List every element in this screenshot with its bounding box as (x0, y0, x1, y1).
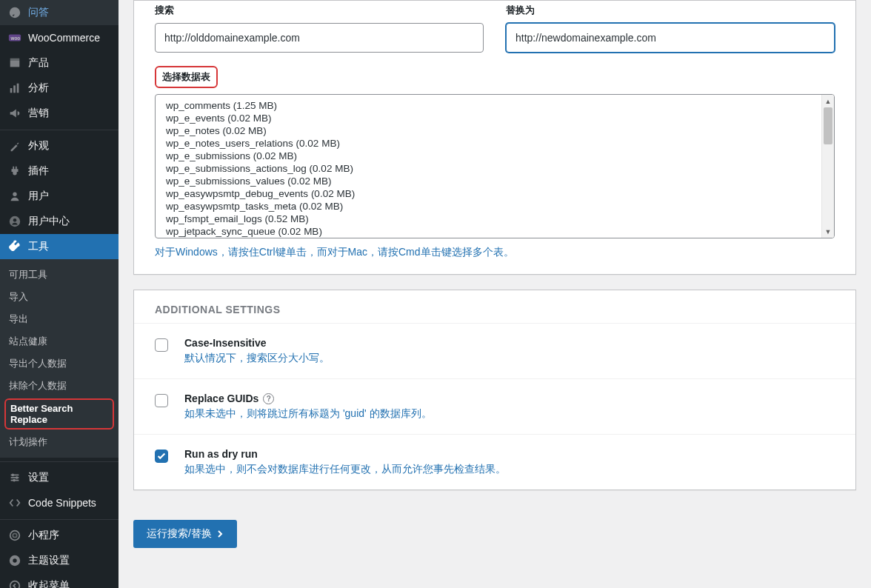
svg-point-17 (10, 531, 20, 541)
replace-input[interactable] (506, 23, 835, 53)
miniapp-icon (7, 528, 22, 543)
table-option[interactable]: wp_fsmpt_email_logs (0.52 MB) (166, 213, 834, 225)
scroll-thumb[interactable] (824, 107, 832, 144)
table-option[interactable]: wp_comments (1.25 MB) (166, 99, 834, 112)
sidebar-item[interactable]: 主题设置 (0, 548, 119, 573)
analytics-icon (7, 81, 22, 96)
setting-title: Run as dry run (184, 448, 506, 460)
woocommerce-icon: woo (7, 30, 22, 45)
table-option[interactable]: wp_e_events (0.02 MB) (166, 112, 834, 124)
sidebar-item[interactable]: 插件 (0, 158, 119, 184)
svg-rect-5 (10, 88, 13, 93)
sidebar-subitem[interactable]: 导出 (0, 308, 119, 330)
sidebar-item[interactable]: 问答 (0, 0, 119, 25)
tables-listbox[interactable]: wp_comments (1.25 MB)wp_e_events (0.02 M… (155, 94, 835, 238)
search-input[interactable] (155, 23, 484, 53)
table-option[interactable]: wp_jetpack_sync_queue (0.02 MB) (166, 225, 834, 238)
table-option[interactable]: wp_e_submissions_values (0.02 MB) (166, 175, 834, 187)
sidebar-item-label: 小程序 (28, 529, 113, 542)
sidebar-item-label: Code Snippets (28, 497, 113, 509)
theme-icon (7, 553, 22, 568)
svg-point-19 (13, 558, 16, 562)
svg-point-16 (13, 479, 16, 482)
sidebar-item-tools[interactable]: 工具 (0, 234, 119, 259)
svg-point-8 (13, 193, 16, 196)
sidebar-item-label: 外观 (28, 139, 113, 153)
run-search-replace-button[interactable]: 运行搜索/替换 (133, 520, 237, 548)
search-replace-panel: 搜索 替换为 选择数据表 wp_comments (1.25 MB)wp_e_e… (133, 0, 856, 275)
sidebar-subitem[interactable]: 导出个人数据 (0, 353, 119, 375)
main-content: 搜索 替换为 选择数据表 wp_comments (1.25 MB)wp_e_e… (119, 0, 871, 588)
checkbox[interactable] (155, 450, 168, 463)
svg-point-15 (16, 476, 19, 479)
setting-title: Replace GUIDs ? (184, 392, 432, 404)
sidebar-item[interactable]: 分析 (0, 76, 119, 101)
usercenter-icon (7, 214, 22, 229)
sidebar-item-label: 问答 (28, 6, 113, 19)
sidebar-item-label: 用户 (28, 190, 113, 203)
sidebar-item[interactable]: Code Snippets (0, 490, 119, 515)
sidebar-item-label: WooCommerce (28, 32, 113, 44)
settings-icon (7, 470, 22, 485)
tools-label: 工具 (28, 240, 113, 253)
sidebar-item[interactable]: 用户 (0, 184, 119, 209)
tables-help-text[interactable]: 对于Windows，请按住Ctrl键单击，而对于Mac，请按Cmd单击键选择多个… (155, 246, 835, 259)
marketing-icon (7, 106, 22, 121)
svg-rect-6 (13, 85, 16, 93)
listbox-scrollbar[interactable]: ▲ ▼ (821, 95, 834, 238)
sidebar-subitem[interactable]: 导入 (0, 286, 119, 308)
tools-submenu: 可用工具导入导出站点健康导出个人数据抹除个人数据Better Search Re… (0, 259, 119, 458)
additional-settings-title: ADDITIONAL SETTINGS (134, 290, 855, 323)
sidebar-item-label: 产品 (28, 56, 113, 70)
tools-icon (7, 239, 22, 254)
sidebar-item[interactable]: 外观 (0, 133, 119, 158)
sidebar-item[interactable]: wooWooCommerce (0, 25, 119, 50)
setting-row: Run as dry run 如果选中，则不会对数据库进行任何更改，从而允许您事… (134, 434, 855, 490)
sidebar-item[interactable]: 营销 (0, 101, 119, 126)
select-tables-label: 选择数据表 (155, 66, 218, 88)
setting-row: Case-Insensitive 默认情况下，搜索区分大小写。 (134, 323, 855, 378)
sidebar-subitem[interactable]: 抹除个人数据 (0, 375, 119, 397)
additional-settings-panel: ADDITIONAL SETTINGS Case-Insensitive 默认情… (133, 290, 856, 490)
checkbox[interactable] (155, 394, 168, 407)
table-option[interactable]: wp_e_submissions_actions_log (0.02 MB) (166, 162, 834, 175)
sidebar-item[interactable]: 产品 (0, 50, 119, 76)
sidebar-item-label: 营销 (28, 107, 113, 120)
sidebar-item-label: 主题设置 (28, 554, 113, 567)
table-option[interactable]: wp_easywpsmtp_debug_events (0.02 MB) (166, 187, 834, 200)
collapse-icon (7, 578, 22, 588)
svg-text:woo: woo (10, 36, 21, 41)
sidebar-item[interactable]: 设置 (0, 465, 119, 490)
sidebar-subitem[interactable]: Better Search Replace (4, 398, 114, 430)
sidebar-item-label: 收起菜单 (28, 579, 113, 588)
table-option[interactable]: wp_e_submissions (0.02 MB) (166, 150, 834, 162)
help-icon[interactable]: ? (263, 393, 274, 404)
checkbox[interactable] (155, 338, 168, 352)
svg-rect-7 (17, 84, 19, 93)
plugins-icon (7, 164, 22, 178)
sidebar-item[interactable]: 用户中心 (0, 209, 119, 234)
table-option[interactable]: wp_e_notes (0.02 MB) (166, 124, 834, 137)
sidebar-item-label: 设置 (28, 471, 113, 484)
search-label: 搜索 (155, 4, 484, 17)
scroll-up-icon[interactable]: ▲ (822, 95, 834, 107)
sidebar-subitem[interactable]: 计划操作 (0, 431, 119, 453)
sidebar-item[interactable]: 收起菜单 (0, 573, 119, 588)
scroll-down-icon[interactable]: ▼ (822, 225, 834, 238)
chat-icon (7, 5, 22, 20)
replace-label: 替换为 (506, 4, 835, 17)
sidebar-item[interactable]: 小程序 (0, 523, 119, 548)
table-option[interactable]: wp_e_notes_users_relations (0.02 MB) (166, 137, 834, 150)
setting-row: Replace GUIDs ?如果未选中，则将跳过所有标题为 'guid' 的数… (134, 378, 855, 434)
svg-rect-3 (10, 60, 20, 67)
sidebar-subitem[interactable]: 站点健康 (0, 330, 119, 353)
svg-rect-4 (10, 59, 20, 61)
wp-admin-sidebar: 问答wooWooCommerce产品分析营销 外观插件用户用户中心 工具 可用工… (0, 0, 119, 588)
table-option[interactable]: wp_easywpsmtp_tasks_meta (0.02 MB) (166, 200, 834, 213)
svg-point-14 (12, 474, 15, 477)
sidebar-subitem[interactable]: 可用工具 (0, 264, 119, 286)
setting-title: Case-Insensitive (184, 337, 330, 349)
setting-desc: 默认情况下，搜索区分大小写。 (184, 352, 330, 365)
setting-desc: 如果选中，则不会对数据库进行任何更改，从而允许您事先检查结果。 (184, 463, 506, 476)
sidebar-item-label: 插件 (28, 164, 113, 178)
